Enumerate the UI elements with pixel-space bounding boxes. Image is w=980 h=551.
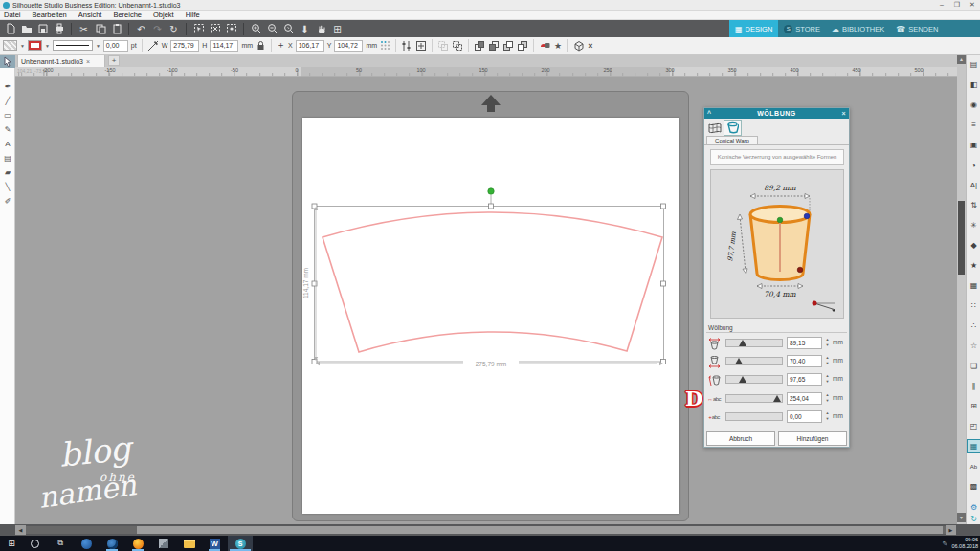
start-button[interactable]: ⊞: [4, 536, 19, 551]
slider-thumb[interactable]: [739, 376, 746, 383]
warp-preview[interactable]: 89,2 mm 97,7 mm 70,4 mm: [710, 169, 844, 319]
warp-panel-icon[interactable]: ▦: [967, 439, 980, 453]
effects-panel-icon[interactable]: ★: [967, 258, 980, 273]
collapse-icon[interactable]: ^: [707, 108, 712, 119]
bring-to-front-icon[interactable]: [502, 40, 514, 52]
tab-store[interactable]: S STORE: [778, 20, 826, 37]
scroll-down-icon[interactable]: ▼: [957, 513, 966, 522]
menu-ansicht[interactable]: Ansicht: [78, 11, 102, 19]
chevron-down-icon[interactable]: ▼: [96, 43, 100, 49]
rotation-handle[interactable]: [488, 188, 494, 194]
close-button[interactable]: ✕: [965, 0, 980, 10]
document-tab[interactable]: Unbenannt-1.studio3 ×: [17, 55, 105, 67]
zoom-in-icon[interactable]: [249, 22, 263, 36]
undo-icon[interactable]: ↶: [134, 22, 148, 36]
pattern-panel-icon[interactable]: ▩: [967, 479, 980, 494]
lock-aspect-icon[interactable]: [256, 40, 266, 52]
page-setup-panel-icon[interactable]: ▤: [967, 57, 980, 72]
spinner-buttons[interactable]: ▲▼: [824, 373, 831, 386]
draw-tool[interactable]: ✎: [0, 122, 15, 136]
rectangle-tool[interactable]: ▭: [0, 108, 15, 121]
bring-forward-icon[interactable]: [474, 40, 485, 52]
y-input[interactable]: 104,72: [334, 40, 363, 52]
eyedropper-tool[interactable]: ✐: [0, 194, 15, 208]
offset-panel-icon[interactable]: ☆: [967, 339, 980, 353]
rhinestone-panel-icon[interactable]: ∴: [967, 319, 980, 333]
weave-panel-icon[interactable]: ⊞: [967, 399, 980, 413]
menu-bereiche[interactable]: Bereiche: [113, 11, 142, 19]
note-tool[interactable]: ▤: [0, 151, 15, 165]
line-tool[interactable]: ╱: [0, 94, 15, 107]
group-icon[interactable]: [437, 40, 449, 52]
slider-value-input[interactable]: 254,04: [787, 392, 822, 405]
knife-tool[interactable]: ╲: [0, 180, 15, 193]
taskbar-app-edge[interactable]: [78, 536, 94, 551]
taskbar-app-tool[interactable]: [156, 536, 171, 551]
stroke-width-input[interactable]: 0,00: [103, 40, 128, 52]
shadow-panel-icon[interactable]: ◰: [967, 419, 980, 433]
line-style-panel-icon[interactable]: ≡: [967, 118, 980, 132]
slider-track[interactable]: [725, 412, 783, 421]
pen-tray-icon[interactable]: ✎: [943, 540, 948, 547]
transform-panel-icon[interactable]: ⇅: [967, 198, 980, 212]
scroll-left-icon[interactable]: ◀: [15, 525, 26, 535]
move-panel-icon[interactable]: ◆: [967, 238, 980, 253]
offset-star-icon[interactable]: ★: [554, 41, 562, 51]
fill-panel-icon[interactable]: ▣: [967, 138, 980, 152]
vertical-scrollbar[interactable]: ▲ ▼: [957, 55, 966, 524]
slider-track[interactable]: [725, 357, 783, 365]
slider-thumb[interactable]: [739, 340, 746, 346]
refresh-icon[interactable]: ↻: [167, 22, 181, 36]
save-icon[interactable]: [35, 22, 50, 36]
conical-warp-tool-icon[interactable]: [724, 121, 741, 135]
cut-icon[interactable]: ✂: [77, 22, 91, 36]
tab-bibliothek[interactable]: ☁ BIBLIOTHEK: [826, 20, 890, 37]
tab-close-icon[interactable]: ×: [86, 58, 90, 65]
text-warp-panel-icon[interactable]: Ab: [967, 459, 980, 474]
menu-bearbeiten[interactable]: Bearbeiten: [33, 11, 67, 19]
slider-track[interactable]: [725, 339, 783, 347]
zoom-out-icon[interactable]: [265, 22, 279, 36]
select-tool[interactable]: [0, 55, 15, 68]
warp-tool-icon[interactable]: [706, 121, 723, 135]
pixscan-panel-icon[interactable]: ◧: [967, 77, 980, 92]
fill-swatch[interactable]: [3, 40, 17, 51]
slider-thumb[interactable]: [735, 358, 743, 364]
print-icon[interactable]: [52, 22, 66, 36]
shadow-3d-icon[interactable]: [572, 40, 585, 52]
move-panel-icon[interactable]: [415, 40, 427, 52]
clock[interactable]: 09:0606.08.2018: [951, 537, 978, 550]
replicate-panel-icon[interactable]: ▦: [967, 278, 980, 293]
minimize-button[interactable]: –: [934, 0, 949, 10]
text-tool[interactable]: A: [0, 137, 15, 150]
menu-objekt[interactable]: Objekt: [153, 11, 174, 19]
tab-senden[interactable]: ☎ SENDEN: [890, 20, 944, 37]
shading-panel-icon[interactable]: ◑: [967, 158, 980, 172]
pan-icon[interactable]: [314, 22, 328, 36]
slider-value-input[interactable]: 89,15: [787, 337, 822, 349]
add-button[interactable]: Hinzufügen: [778, 431, 847, 446]
new-document-icon[interactable]: [3, 22, 17, 36]
scroll-right-icon[interactable]: ▶: [946, 525, 956, 535]
edit-points-tool[interactable]: ✒: [0, 79, 15, 93]
paste-icon[interactable]: [109, 22, 123, 36]
search-icon[interactable]: [27, 536, 42, 551]
fit-to-page-icon[interactable]: ⊞: [330, 22, 345, 36]
tab-design[interactable]: ▦ DESIGN: [729, 20, 778, 37]
zoom-selection-icon[interactable]: [281, 22, 296, 36]
spinner-buttons[interactable]: ▲▼: [824, 392, 831, 405]
scroll-up-icon[interactable]: ▲: [957, 55, 966, 64]
ungroup-icon[interactable]: [452, 40, 463, 52]
sketch-panel-icon[interactable]: ∥: [967, 379, 980, 393]
trace-panel-icon[interactable]: ◉: [967, 98, 980, 112]
slider-track[interactable]: [725, 394, 783, 403]
slider-value-input[interactable]: 70,40: [787, 355, 822, 367]
selection-overlay[interactable]: 114,17 mm 275,79 mm: [302, 118, 679, 514]
slider-value-input[interactable]: 0,00: [787, 410, 822, 423]
task-view-icon[interactable]: ⧉: [53, 536, 68, 551]
slider-value-input[interactable]: 97,65: [787, 373, 822, 386]
layers-panel-icon[interactable]: ❏: [967, 359, 980, 373]
eraser-tool[interactable]: ▰: [0, 165, 15, 179]
nesting-panel-icon[interactable]: ∷: [967, 298, 980, 313]
chevron-down-icon[interactable]: ▼: [45, 43, 50, 49]
